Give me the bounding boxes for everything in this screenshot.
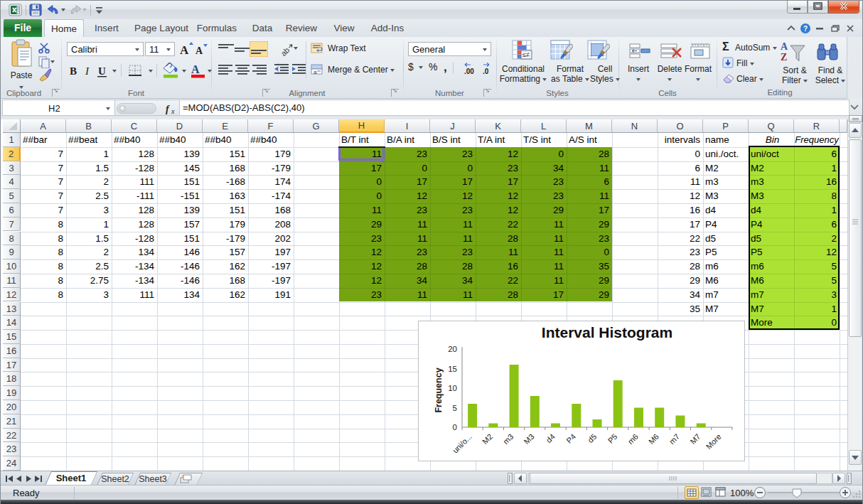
- svg-text:a: a: [313, 69, 317, 75]
- svg-text:.0: .0: [483, 68, 489, 75]
- svg-text:15: 15: [448, 365, 457, 373]
- svg-text:20: 20: [448, 345, 457, 353]
- svg-text:5: 5: [453, 404, 457, 412]
- svg-text:x: x: [171, 107, 175, 115]
- svg-text:f: f: [166, 104, 170, 114]
- svg-text:A: A: [180, 43, 189, 57]
- svg-text:≤≠: ≤≠: [522, 51, 530, 58]
- svg-text:B: B: [70, 65, 77, 77]
- svg-text:Frequency: Frequency: [434, 368, 444, 412]
- svg-text:0: 0: [453, 423, 457, 431]
- svg-text:10: 10: [448, 384, 457, 392]
- svg-text:Interval Histogram: Interval Histogram: [542, 324, 672, 341]
- svg-text:A: A: [781, 41, 788, 52]
- svg-text:A: A: [195, 45, 203, 56]
- svg-text:?: ?: [803, 25, 808, 33]
- svg-text:U: U: [98, 65, 106, 77]
- svg-text:I: I: [85, 65, 90, 77]
- svg-text:A: A: [191, 63, 200, 75]
- svg-text:Z: Z: [781, 52, 787, 63]
- svg-text:.00: .00: [464, 68, 474, 75]
